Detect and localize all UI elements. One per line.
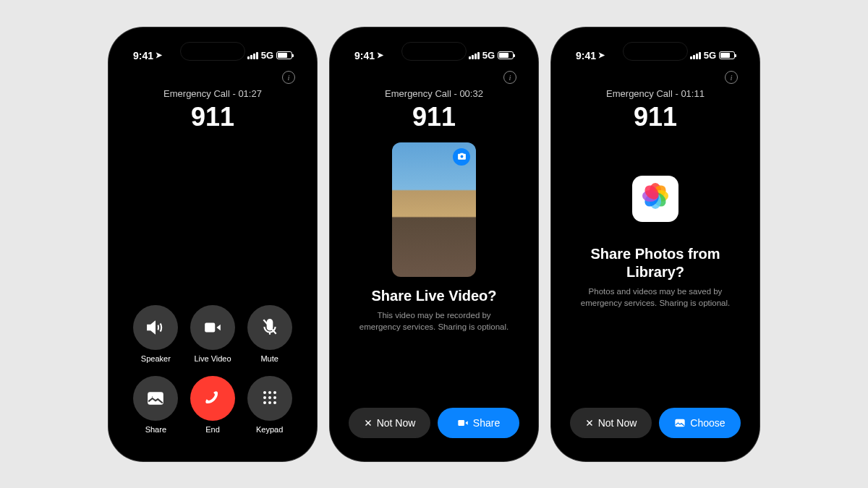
call-status: Emergency Call - 00:32	[337, 88, 531, 99]
share-button[interactable]: Share	[132, 376, 180, 434]
close-icon	[364, 419, 373, 427]
prompt-section: Share Photos from Library? Photos and vi…	[558, 245, 752, 309]
video-icon	[457, 417, 469, 429]
svg-point-4	[263, 391, 266, 394]
control-label: Share	[145, 425, 166, 434]
svg-point-8	[268, 396, 271, 399]
mute-button[interactable]: Mute	[245, 305, 294, 363]
button-row: Not Now Choose	[558, 395, 752, 454]
svg-point-9	[273, 396, 276, 399]
svg-point-12	[273, 401, 276, 404]
call-header: Emergency Call - 00:32 911	[337, 88, 531, 132]
prompt-title: Share Live Video?	[357, 287, 511, 305]
info-icon[interactable]: i	[725, 71, 738, 84]
photos-app-icon	[632, 176, 678, 222]
camera-icon	[457, 152, 467, 161]
control-label: Live Video	[194, 354, 231, 363]
control-label: End	[205, 425, 220, 434]
call-number: 911	[337, 102, 531, 132]
battery-icon	[498, 51, 514, 59]
signal-icon	[469, 52, 480, 59]
dynamic-island	[401, 42, 467, 61]
status-time: 9:41	[354, 50, 375, 61]
svg-point-5	[268, 391, 271, 394]
control-label: Mute	[260, 354, 278, 363]
mute-icon	[260, 318, 279, 337]
signal-icon	[690, 52, 701, 59]
camera-flip-button[interactable]	[453, 148, 470, 166]
battery-icon	[276, 51, 292, 59]
dynamic-island	[180, 42, 245, 61]
prompt-title: Share Photos from Library?	[579, 245, 732, 281]
button-label: Share	[473, 417, 500, 429]
status-time: 9:41	[576, 50, 596, 61]
network-label: 5G	[704, 50, 716, 61]
prompt-subtitle: This video may be recorded by emergency …	[357, 309, 511, 333]
network-label: 5G	[261, 50, 273, 61]
video-icon	[203, 318, 222, 337]
battery-icon	[719, 51, 735, 59]
close-icon	[585, 419, 594, 427]
speaker-button[interactable]: Speaker	[132, 305, 180, 363]
signal-icon	[247, 52, 258, 59]
video-preview	[392, 142, 476, 277]
button-label: Not Now	[377, 417, 416, 429]
end-call-button[interactable]: End	[189, 376, 237, 434]
keypad-button[interactable]: Keypad	[245, 376, 294, 434]
call-controls: Speaker Live Video Mute Share	[116, 291, 310, 454]
button-label: Not Now	[598, 417, 637, 429]
call-number: 911	[116, 102, 310, 132]
dynamic-island	[623, 42, 688, 61]
phone-frame-1: 9:41 ➤ 5G i Emergency Call - 01:27 911 S…	[109, 27, 317, 461]
choose-photos-button[interactable]: Choose	[659, 408, 741, 438]
not-now-button[interactable]: Not Now	[570, 408, 652, 438]
network-label: 5G	[482, 50, 495, 61]
prompt-subtitle: Photos and videos may be saved by emerge…	[579, 286, 732, 309]
photo-icon	[674, 417, 686, 429]
screen: 9:41 ➤ 5G i Emergency Call - 00:32 911 S…	[337, 35, 531, 454]
svg-point-11	[268, 401, 271, 404]
svg-point-13	[460, 155, 463, 158]
svg-point-6	[273, 391, 276, 394]
call-number: 911	[558, 102, 752, 132]
location-arrow-icon: ➤	[598, 51, 605, 60]
location-arrow-icon: ➤	[156, 51, 162, 60]
call-status: Emergency Call - 01:11	[558, 88, 752, 99]
prompt-section: Share Live Video? This video may be reco…	[337, 287, 531, 333]
info-icon[interactable]: i	[282, 71, 295, 84]
not-now-button[interactable]: Not Now	[349, 408, 430, 438]
end-call-icon	[202, 388, 224, 409]
speaker-icon	[146, 318, 165, 337]
svg-point-7	[263, 396, 266, 399]
share-video-button[interactable]: Share	[438, 408, 519, 438]
info-icon[interactable]: i	[503, 71, 516, 84]
call-header: Emergency Call - 01:11 911	[558, 88, 752, 132]
button-row: Not Now Share	[337, 395, 531, 454]
screen: 9:41 ➤ 5G i Emergency Call - 01:11 911	[558, 35, 752, 454]
screen: 9:41 ➤ 5G i Emergency Call - 01:27 911 S…	[116, 35, 310, 454]
live-video-button[interactable]: Live Video	[189, 305, 237, 363]
button-label: Choose	[690, 417, 725, 429]
location-arrow-icon: ➤	[377, 51, 383, 60]
status-time: 9:41	[133, 50, 153, 61]
control-label: Speaker	[141, 354, 171, 363]
control-label: Keypad	[256, 425, 283, 434]
phone-frame-3: 9:41 ➤ 5G i Emergency Call - 01:11 911	[551, 27, 760, 461]
call-status: Emergency Call - 01:27	[116, 88, 310, 99]
call-header: Emergency Call - 01:27 911	[116, 88, 310, 132]
svg-rect-0	[205, 322, 215, 332]
svg-rect-16	[458, 420, 464, 426]
share-icon	[146, 389, 165, 408]
keypad-icon	[261, 390, 278, 407]
svg-point-10	[263, 401, 266, 404]
phone-frame-2: 9:41 ➤ 5G i Emergency Call - 00:32 911 S…	[330, 27, 538, 461]
